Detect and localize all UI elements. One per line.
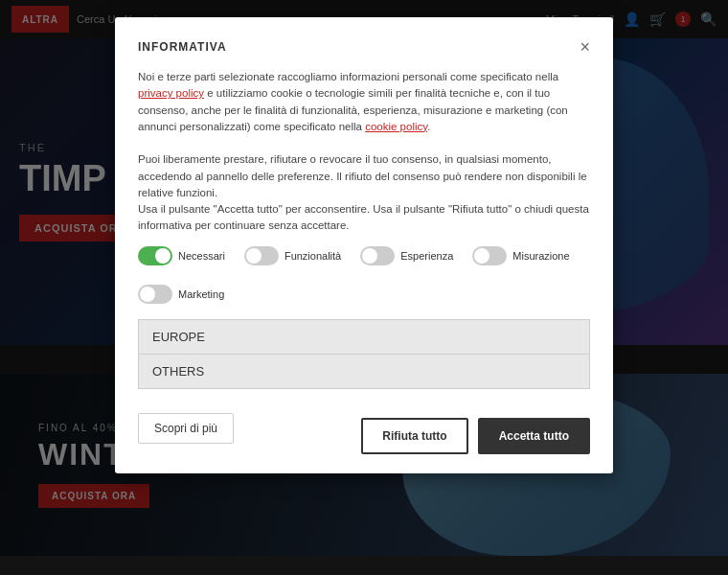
- toggles-row: Necessari Funzionalità Esperienza Misura…: [138, 246, 590, 304]
- toggle-misurazione-label: Misurazione: [512, 250, 569, 262]
- toggle-funzionalita-switch[interactable]: [244, 246, 279, 265]
- learn-more-button[interactable]: Scopri di più: [138, 413, 234, 444]
- modal-close-button[interactable]: ×: [580, 38, 590, 56]
- region-dropdown: EUROPE OTHERS: [138, 319, 590, 389]
- region-others[interactable]: OTHERS: [139, 355, 589, 388]
- modal-title: INFORMATIVA: [138, 40, 227, 54]
- toggle-necessari-knob: [155, 248, 171, 264]
- reject-all-button[interactable]: Rifiuta tutto: [361, 418, 467, 454]
- toggle-misurazione-switch[interactable]: [472, 246, 507, 265]
- modal-header: INFORMATIVA ×: [138, 38, 590, 56]
- toggle-necessari-switch[interactable]: [138, 246, 172, 265]
- accept-all-button[interactable]: Accetta tutto: [478, 418, 590, 454]
- body-text-1: Noi e terze parti selezionate raccogliam…: [138, 71, 558, 82]
- body-text-4: Puoi liberamente prestare, rifiutare o r…: [138, 153, 587, 198]
- cookie-policy-link[interactable]: cookie policy: [365, 121, 427, 132]
- toggle-misurazione-knob: [474, 248, 489, 264]
- modal-body: Noi e terze parti selezionate raccogliam…: [138, 69, 590, 235]
- cookie-modal: INFORMATIVA × Noi e terze parti selezion…: [115, 17, 613, 473]
- toggle-funzionalita: Funzionalità: [244, 246, 341, 265]
- toggle-marketing: Marketing: [138, 285, 224, 304]
- body-text-3: .: [427, 121, 430, 132]
- toggle-marketing-label: Marketing: [178, 288, 224, 300]
- toggle-esperienza-knob: [362, 248, 377, 264]
- toggle-marketing-switch[interactable]: [138, 285, 172, 304]
- privacy-policy-link[interactable]: privacy policy: [138, 87, 204, 99]
- toggle-funzionalita-knob: [246, 248, 262, 264]
- modal-footer: Scopri di più Rifiuta tutto Accetta tutt…: [138, 402, 590, 454]
- toggle-esperienza-label: Esperienza: [400, 250, 453, 262]
- toggle-necessari-label: Necessari: [178, 250, 225, 262]
- toggle-marketing-knob: [140, 287, 155, 302]
- toggle-esperienza: Esperienza: [360, 246, 453, 265]
- toggle-necessari: Necessari: [138, 246, 225, 265]
- region-europe[interactable]: EUROPE: [139, 320, 589, 355]
- body-text-5: Usa il pulsante "Accetta tutto" per acco…: [138, 203, 589, 231]
- modal-action-buttons: Rifiuta tutto Accetta tutto: [361, 418, 590, 454]
- toggle-esperienza-switch[interactable]: [360, 246, 395, 265]
- toggle-funzionalita-label: Funzionalità: [284, 250, 341, 262]
- toggle-misurazione: Misurazione: [472, 246, 569, 265]
